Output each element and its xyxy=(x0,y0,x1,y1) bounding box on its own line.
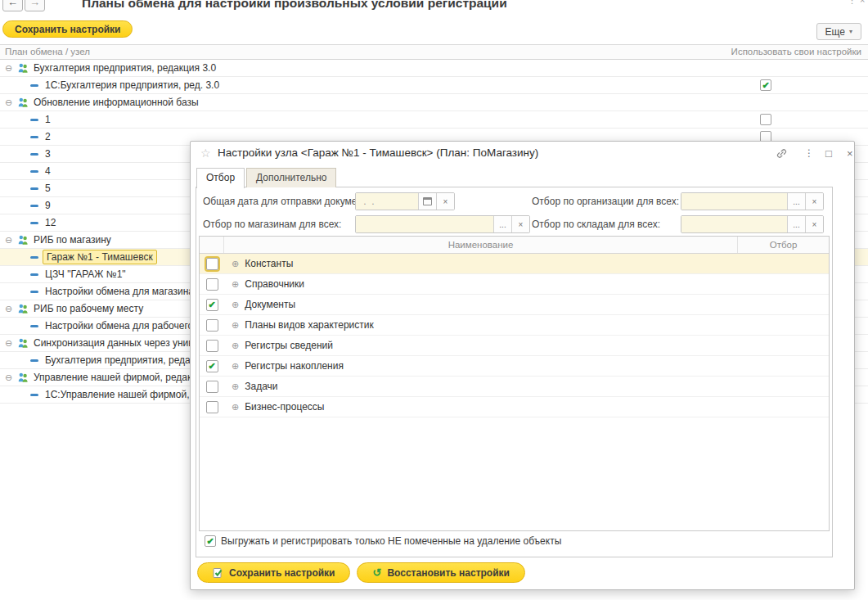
save-settings-button[interactable]: Сохранить настройки xyxy=(2,20,133,38)
node-dash-icon xyxy=(30,187,38,190)
warehouse-lookup-button[interactable]: ... xyxy=(787,216,805,232)
metadata-checkbox[interactable] xyxy=(206,381,218,393)
org-filter-input[interactable] xyxy=(681,193,787,210)
metadata-checkbox[interactable] xyxy=(206,340,218,352)
checkbox[interactable]: ✔ xyxy=(205,535,216,547)
more-button[interactable]: Еще ▾ xyxy=(816,23,861,40)
back-button[interactable]: ← xyxy=(2,0,23,11)
calendar-button[interactable] xyxy=(418,193,436,210)
metadata-row[interactable]: ⊕Бизнес-процессы xyxy=(200,397,829,417)
column-checkbox xyxy=(200,237,224,253)
tree-node-row[interactable]: 1С:Бухгалтерия предприятия, ред. 3.0✔ xyxy=(0,77,868,94)
metadata-name: Константы xyxy=(245,258,293,269)
column-filter: Отбор xyxy=(738,237,829,253)
collapse-icon[interactable]: ⊖ xyxy=(5,94,12,111)
tree-header: План обмена / узел Использовать свои нас… xyxy=(0,44,868,60)
tree-row-label: 4 xyxy=(45,163,51,180)
expand-icon[interactable]: ⊕ xyxy=(232,300,239,310)
metadata-checkbox-cell xyxy=(200,278,224,291)
node-dash-icon xyxy=(30,205,38,207)
metadata-checkbox[interactable]: ✔ xyxy=(206,360,218,372)
org-clear-button[interactable]: × xyxy=(805,193,823,210)
not-deleted-only-checkbox[interactable]: ✔ Выгружать и регистрировать только НЕ п… xyxy=(205,535,561,547)
metadata-checkbox[interactable] xyxy=(206,258,218,270)
warehouse-filter-field: ... × xyxy=(681,215,824,233)
metadata-table: Наименование Отбор ⊕Константы⊕Справочник… xyxy=(199,236,830,531)
metadata-checkbox-cell xyxy=(200,401,224,413)
collapse-icon[interactable]: ⊖ xyxy=(5,232,12,249)
node-settings-dialog: ☆ Настройки узла <Гараж №1 - Тимашевск> … xyxy=(190,141,855,590)
metadata-row[interactable]: ✔⊕Регистры накопления xyxy=(200,356,829,377)
clear-date-button[interactable]: × xyxy=(436,193,454,210)
expand-icon[interactable]: ⊕ xyxy=(232,402,239,413)
collapse-icon[interactable]: ⊖ xyxy=(5,369,12,386)
page-title: Планы обмена для настройки произвольных … xyxy=(82,0,507,11)
dialog-close-icon[interactable]: × xyxy=(847,147,853,160)
shop-clear-button[interactable]: × xyxy=(511,216,529,232)
expand-icon[interactable]: ⊕ xyxy=(232,361,239,372)
metadata-checkbox[interactable] xyxy=(206,401,218,413)
metadata-row[interactable]: ⊕Задачи xyxy=(200,377,829,397)
favorite-star-icon[interactable]: ☆ xyxy=(200,147,211,160)
tree-row-label: ЦЗЧ "ГАРАЖ №1" xyxy=(45,266,126,283)
window-close-icon[interactable]: × xyxy=(860,0,865,5)
tree-group-row[interactable]: ⊖Бухгалтерия предприятия, редакция 3.0 xyxy=(0,60,868,77)
org-lookup-button[interactable]: ... xyxy=(787,193,805,210)
warehouse-clear-button[interactable]: × xyxy=(805,216,823,232)
node-dash-icon xyxy=(30,291,38,293)
not-deleted-only-label: Выгружать и регистрировать только НЕ пом… xyxy=(221,535,561,547)
metadata-row[interactable]: ⊕Регистры сведений xyxy=(200,336,829,356)
tree-group-row[interactable]: ⊖Обновление информационной базы xyxy=(0,94,868,111)
field-label-org-filter: Отбор по организации для всех: xyxy=(532,192,679,210)
dialog-maximize-icon[interactable]: □ xyxy=(825,147,832,160)
tree-node-row[interactable]: 1 xyxy=(0,111,868,129)
metadata-row[interactable]: ⊕Константы xyxy=(200,254,829,274)
chevron-down-icon: ▾ xyxy=(849,28,852,35)
own-settings-checkbox[interactable]: ✔ xyxy=(760,79,771,91)
dialog-title: Настройки узла <Гараж №1 - Тимашевск> (П… xyxy=(218,147,538,159)
expand-icon[interactable]: ⊕ xyxy=(232,279,239,290)
collapse-icon[interactable]: ⊖ xyxy=(5,300,12,318)
expand-icon[interactable]: ⊕ xyxy=(232,341,239,351)
expand-icon[interactable]: ⊕ xyxy=(232,381,239,392)
save-icon xyxy=(213,567,223,579)
metadata-checkbox[interactable] xyxy=(206,278,218,291)
metadata-checkbox[interactable] xyxy=(206,319,218,332)
expand-icon[interactable]: ⊕ xyxy=(232,259,239,269)
own-settings-checkbox[interactable] xyxy=(760,114,771,125)
metadata-checkbox-cell: ✔ xyxy=(200,360,224,372)
warehouse-filter-input[interactable] xyxy=(681,216,787,232)
metadata-name: Бизнес-процессы xyxy=(245,401,324,413)
metadata-row[interactable]: ⊕Справочники xyxy=(200,274,829,295)
node-dash-icon xyxy=(30,256,38,259)
metadata-row[interactable]: ⊕Планы видов характеристик xyxy=(200,315,829,336)
exchange-plan-icon xyxy=(17,372,29,383)
common-date-input[interactable]: . . xyxy=(356,193,418,210)
dialog-menu-icon[interactable]: ⋮ xyxy=(804,147,814,159)
forward-button[interactable]: → xyxy=(25,0,45,11)
field-label-shop-filter: Отбор по магазинам для всех: xyxy=(203,215,341,233)
collapse-icon[interactable]: ⊖ xyxy=(5,335,12,352)
tree-row-label: 1 xyxy=(45,111,51,129)
node-dash-icon xyxy=(30,394,38,396)
expand-icon[interactable]: ⊕ xyxy=(232,320,239,331)
metadata-name: Документы xyxy=(245,299,295,310)
metadata-checkbox-cell xyxy=(200,340,224,352)
shop-filter-input[interactable] xyxy=(356,216,493,232)
field-label-warehouse-filter: Отбор по складам для всех: xyxy=(532,215,660,233)
link-icon[interactable] xyxy=(776,148,787,161)
dialog-tabs: Отбор Дополнительно xyxy=(196,167,338,187)
metadata-checkbox-cell: ✔ xyxy=(200,299,224,311)
dialog-save-settings-button[interactable]: Сохранить настройки xyxy=(197,562,350,583)
tab-additional[interactable]: Дополнительно xyxy=(246,168,336,187)
metadata-name: Регистры накопления xyxy=(245,360,344,372)
metadata-row[interactable]: ✔⊕Документы xyxy=(200,295,829,315)
restore-icon: ↺ xyxy=(372,567,381,578)
tree-row-label: Гараж №1 - Тимашевск xyxy=(43,250,157,264)
metadata-checkbox[interactable]: ✔ xyxy=(206,299,218,311)
window-menu-icon[interactable]: ⋮ xyxy=(848,0,857,6)
collapse-icon[interactable]: ⊖ xyxy=(5,60,12,77)
restore-settings-button[interactable]: ↺ Восстановить настройки xyxy=(357,562,524,583)
shop-lookup-button[interactable]: ... xyxy=(493,216,511,232)
tab-filter[interactable]: Отбор xyxy=(196,168,245,188)
